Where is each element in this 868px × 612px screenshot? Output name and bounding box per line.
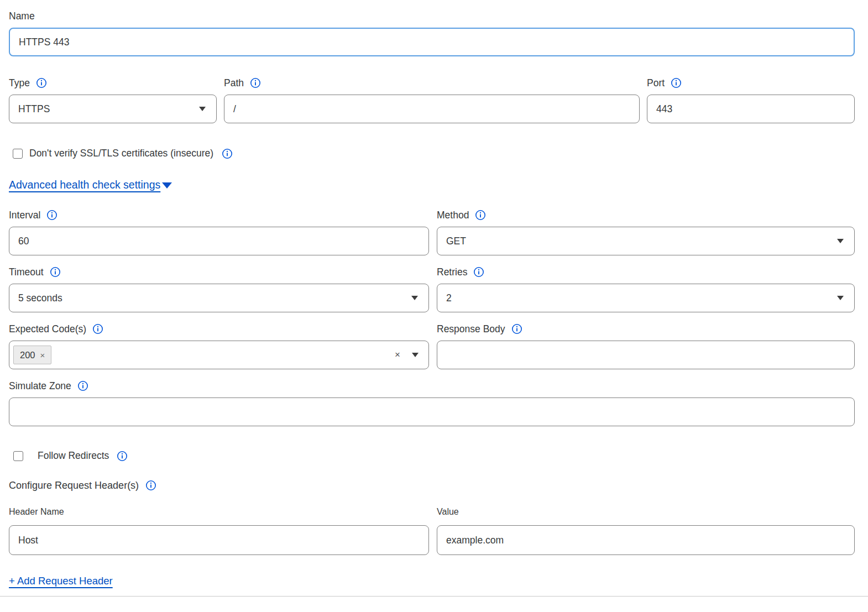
multiselect-controls: × (395, 349, 419, 360)
add-request-header-row: + Add Request Header (9, 574, 855, 588)
request-headers-title: Configure Request Header(s) (9, 480, 139, 491)
advanced-settings-row: Advanced health check settings (9, 178, 855, 191)
info-icon[interactable] (117, 451, 128, 462)
retries-select-value: 2 (446, 292, 452, 304)
info-icon[interactable] (250, 77, 261, 88)
header-name-input[interactable] (9, 525, 429, 555)
info-icon[interactable] (222, 148, 233, 159)
info-icon[interactable] (511, 323, 522, 334)
port-field: Port (647, 77, 855, 123)
name-label-row: Name (9, 10, 855, 22)
expected-code-tag: 200 × (13, 346, 51, 364)
type-label-row: Type (9, 77, 217, 89)
type-path-port-row: Type HTTPS Path Port (9, 77, 855, 123)
timeout-label: Timeout (9, 266, 44, 278)
advanced-settings-grid: Interval Method GET Timeout (9, 209, 855, 369)
expected-codes-label-row: Expected Code(s) (9, 323, 429, 335)
timeout-label-row: Timeout (9, 266, 429, 278)
interval-label-row: Interval (9, 209, 429, 221)
name-input[interactable] (9, 28, 855, 56)
section-divider (0, 596, 868, 597)
interval-label: Interval (9, 210, 40, 221)
verify-ssl-label[interactable]: Don't verify SSL/TLS certificates (insec… (29, 148, 213, 159)
remove-tag-icon[interactable]: × (40, 351, 45, 360)
follow-redirects-row: Follow Redirects (9, 450, 855, 462)
info-icon[interactable] (46, 210, 57, 221)
port-label: Port (647, 77, 665, 89)
simulate-zone-input[interactable] (9, 397, 855, 426)
type-select-value: HTTPS (18, 103, 50, 115)
request-headers-title-row: Configure Request Header(s) (9, 479, 855, 492)
expected-codes-label: Expected Code(s) (9, 323, 86, 335)
type-field: Type HTTPS (9, 77, 217, 123)
path-field: Path (224, 77, 640, 123)
method-label: Method (437, 210, 469, 221)
info-icon[interactable] (50, 266, 61, 278)
interval-field: Interval (9, 209, 429, 255)
response-body-input[interactable] (437, 341, 855, 369)
request-header-row (9, 525, 855, 555)
triangle-down-icon (162, 182, 172, 189)
chevron-down-icon[interactable] (412, 353, 419, 357)
info-icon[interactable] (92, 323, 103, 334)
retries-label-row: Retries (437, 266, 855, 278)
verify-ssl-checkbox[interactable] (13, 149, 23, 159)
simulate-zone-field: Simulate Zone (9, 380, 855, 426)
type-label: Type (9, 77, 30, 89)
add-request-header-link[interactable]: + Add Request Header (9, 575, 113, 587)
header-value-input[interactable] (437, 525, 855, 555)
method-field: Method GET (437, 209, 855, 255)
chevron-down-icon (411, 296, 418, 300)
response-body-field: Response Body (437, 323, 855, 369)
timeout-field: Timeout 5 seconds (9, 266, 429, 312)
type-select[interactable]: HTTPS (9, 95, 217, 123)
expected-codes-multiselect[interactable]: 200 × × (9, 341, 429, 369)
simulate-zone-label-row: Simulate Zone (9, 380, 855, 392)
info-icon[interactable] (145, 480, 156, 491)
retries-field: Retries 2 (437, 266, 855, 312)
advanced-settings-link[interactable]: Advanced health check settings (9, 179, 160, 191)
port-input[interactable] (647, 95, 855, 123)
expected-codes-field: Expected Code(s) 200 × × (9, 323, 429, 369)
interval-input[interactable] (9, 227, 429, 255)
clear-icon[interactable]: × (395, 349, 400, 360)
method-select[interactable]: GET (437, 227, 855, 255)
health-check-form: Name Type HTTPS Path (0, 0, 868, 612)
info-icon[interactable] (473, 266, 484, 278)
simulate-zone-label: Simulate Zone (9, 380, 71, 392)
method-label-row: Method (437, 209, 855, 221)
name-label: Name (9, 11, 35, 22)
method-select-value: GET (446, 236, 466, 247)
info-icon[interactable] (671, 77, 682, 88)
header-name-column-label: Header Name (9, 506, 429, 517)
retries-select[interactable]: 2 (437, 284, 855, 312)
info-icon[interactable] (36, 77, 47, 88)
chevron-down-icon (837, 296, 844, 300)
verify-ssl-row: Don't verify SSL/TLS certificates (insec… (9, 148, 855, 159)
follow-redirects-checkbox[interactable] (13, 451, 23, 461)
chevron-down-icon (199, 107, 206, 111)
follow-redirects-label[interactable]: Follow Redirects (38, 450, 109, 462)
path-input[interactable] (224, 95, 640, 123)
info-icon[interactable] (475, 210, 486, 221)
timeout-select-value: 5 seconds (18, 292, 62, 304)
info-icon[interactable] (77, 380, 88, 391)
request-headers-column-labels: Header Name Value (9, 506, 855, 525)
timeout-select[interactable]: 5 seconds (9, 284, 429, 312)
chevron-down-icon (837, 239, 844, 243)
value-column-label: Value (437, 506, 855, 517)
expected-code-tag-value: 200 (20, 350, 35, 360)
path-label-row: Path (224, 77, 640, 89)
response-body-label: Response Body (437, 323, 505, 335)
port-label-row: Port (647, 77, 855, 89)
response-body-label-row: Response Body (437, 323, 855, 335)
path-label: Path (224, 77, 244, 89)
retries-label: Retries (437, 266, 467, 278)
